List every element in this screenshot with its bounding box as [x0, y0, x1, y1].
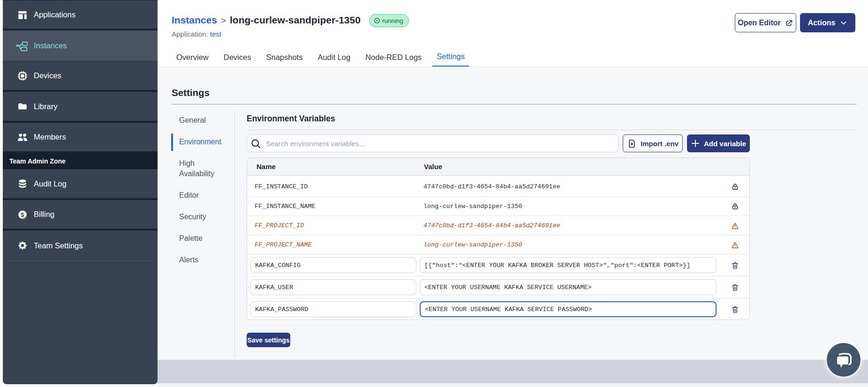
svg-text:$: $ — [21, 211, 24, 218]
